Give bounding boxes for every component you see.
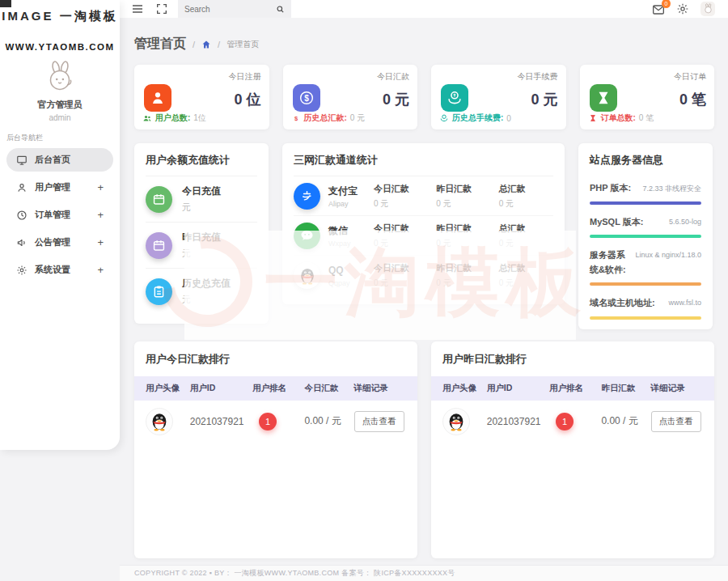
channel-col-value: 0 元	[499, 278, 553, 289]
stat-card-orders-today: 今日订单 0 笔 订单总数: 0 笔	[580, 65, 715, 129]
channel-col-value: 0 元	[374, 238, 428, 249]
expand-plus-icon[interactable]: +	[97, 181, 104, 193]
screenshot-corner-artifact	[0, 0, 11, 7]
brand-logo: IMAGE 一淘模板	[0, 9, 120, 24]
server-item-value: 5.6.50-log	[669, 218, 701, 226]
user-id-cell: 2021037921	[190, 416, 252, 427]
search-icon[interactable]	[276, 5, 285, 14]
server-info-item: MySQL 版本: 5.6.50-log	[590, 215, 701, 239]
home-icon[interactable]	[201, 40, 211, 49]
channel-name: 支付宝	[328, 184, 366, 198]
stat-total-label: 订单总数:	[601, 112, 636, 124]
sidebar-item-users[interactable]: 用户管理 +	[6, 176, 113, 199]
stat-value: 0 笔	[679, 90, 706, 109]
table-header-row: 用户头像 用户ID 用户排名 昨日汇款 详细记录	[431, 376, 714, 401]
breadcrumb-current[interactable]: 管理首页	[226, 39, 259, 50]
channel-col-value: 0 元	[436, 198, 490, 210]
channel-col-value: 0 元	[436, 278, 490, 289]
view-details-button[interactable]: 点击查看	[651, 411, 701, 432]
panel-title: 用户余额充值统计	[146, 153, 257, 176]
sidebar-item-label: 系统设置	[35, 264, 70, 276]
recharge-stats-panel: 用户余额充值统计 今日充值 元 昨日充值 元	[134, 143, 269, 324]
server-info-item: 域名或主机地址: www.fsl.to	[590, 296, 701, 320]
channel-col-value: 0 元	[499, 238, 553, 249]
server-info-item: 服务器系统&软件: Linux & nginx/1.18.0	[590, 248, 701, 286]
user-id-cell: 2021037921	[487, 416, 549, 427]
search-input[interactable]	[184, 5, 265, 14]
expand-plus-icon[interactable]: +	[97, 264, 104, 276]
sidebar-item-announcements[interactable]: 公告管理 +	[6, 231, 113, 254]
server-item-label: 域名或主机地址:	[590, 296, 655, 311]
middle-panels: 用户余额充值统计 今日充值 元 昨日充值 元	[134, 143, 714, 329]
sidebar-item-dashboard[interactable]: 后台首页	[6, 148, 113, 172]
column-header: 用户头像	[442, 383, 487, 394]
column-header: 详细记录	[354, 383, 406, 394]
yesterday-rank-table: 用户昨日汇款排行 用户头像 用户ID 用户排名 昨日汇款 详细记录 202103…	[431, 341, 714, 558]
mail-button[interactable]: 0	[652, 3, 665, 15]
channel-row-qq: QQ Qqpay 今日汇款0 元 昨日汇款0 元 总汇款0 元	[294, 256, 553, 295]
stat-total-value: 0 元	[350, 112, 365, 124]
calendar-today-icon	[146, 186, 172, 213]
today-rank-table: 用户今日汇款排行 用户头像 用户ID 用户排名 今日汇款 详细记录 202103…	[134, 341, 417, 558]
channel-col-value: 0 元	[374, 278, 428, 289]
menu-toggle-icon[interactable]	[131, 2, 144, 15]
gear-icon	[16, 265, 28, 276]
channel-col-header: 总汇款	[499, 262, 553, 274]
amount-cell: 0.00 / 元	[304, 414, 353, 428]
table-row: 2021037921 1 0.00 / 元 点击查看	[134, 401, 417, 443]
channel-row-wechat: 微信 Wxpay 今日汇款0 元 昨日汇款0 元 总汇款0 元	[294, 216, 553, 256]
alipay-icon	[294, 183, 320, 210]
breadcrumb-separator: /	[218, 40, 220, 49]
search-box[interactable]	[178, 0, 291, 18]
fullscreen-icon[interactable]	[155, 2, 168, 15]
admin-role: admin	[0, 113, 120, 122]
sidebar-item-settings[interactable]: 系统设置 +	[6, 258, 113, 282]
recharge-row-label: 昨日充值	[182, 231, 221, 244]
hourglass-icon	[588, 113, 598, 123]
column-header: 用户ID	[487, 383, 549, 394]
rank-badge: 1	[556, 413, 574, 430]
channel-col-header: 昨日汇款	[436, 223, 490, 235]
topbar-actions: 0	[652, 2, 728, 16]
stat-total: 历史总手续费: 0	[439, 112, 511, 124]
channels-stats-panel: 三网汇款通道统计 支付宝 Alipay 今日汇款0 元 昨日汇款0 元 总汇款0…	[282, 143, 565, 304]
sidebar-item-orders[interactable]: 订单管理 +	[6, 203, 113, 227]
server-item-label: PHP 版本:	[590, 181, 631, 196]
users-icon	[142, 113, 152, 123]
expand-plus-icon[interactable]: +	[97, 209, 104, 221]
rank-badge: 1	[259, 413, 277, 430]
channel-subname: Wxpay	[328, 240, 366, 248]
stat-total-label: 历史总汇款:	[304, 112, 347, 124]
stat-total: 订单总数: 0 笔	[588, 112, 654, 124]
qq-avatar	[442, 408, 470, 435]
column-header: 用户排名	[549, 383, 601, 394]
progress-bar	[590, 235, 701, 238]
list-item: 今日充值 元	[146, 176, 257, 223]
stat-cards: 今日注册 0 位 用户总数: 1位 今日汇款 $ 0 元 $ 历史总汇款: 0 …	[134, 65, 714, 129]
server-item-label: MySQL 版本:	[590, 215, 643, 230]
sidebar: IMAGE 一淘模板 WWW.YTAOMB.COM 官方管理员 admin 后台…	[0, 0, 120, 450]
stat-total: $ 历史总汇款: 0 元	[291, 112, 366, 124]
channel-subname: Qqpay	[328, 279, 366, 287]
settings-gear-icon[interactable]	[676, 2, 689, 15]
page-title: 管理首页	[134, 36, 186, 53]
table-title: 用户今日汇款排行	[134, 341, 417, 376]
stat-total-label: 用户总数:	[155, 112, 190, 124]
stat-value: 0 元	[383, 90, 409, 109]
view-details-button[interactable]: 点击查看	[354, 411, 404, 432]
server-item-label: 服务器系统&软件:	[590, 248, 630, 277]
panel-title: 三网汇款通道统计	[294, 153, 553, 176]
stat-value: 0 位	[234, 90, 260, 109]
stat-total-value: 0 笔	[639, 112, 654, 124]
user-avatar-button[interactable]	[700, 2, 715, 16]
svg-text:$: $	[294, 115, 298, 122]
recharge-row-label: 历史总充值	[182, 277, 231, 290]
panel-title: 站点服务器信息	[590, 153, 701, 171]
channel-col-header: 总汇款	[499, 183, 553, 195]
amount-cell: 0.00 / 元	[601, 414, 650, 428]
table-row: 2021037921 1 0.00 / 元 点击查看	[431, 401, 714, 443]
table-title: 用户昨日汇款排行	[431, 341, 714, 376]
clock-icon	[16, 210, 28, 221]
rabbit-icon	[702, 3, 714, 15]
expand-plus-icon[interactable]: +	[97, 236, 104, 248]
